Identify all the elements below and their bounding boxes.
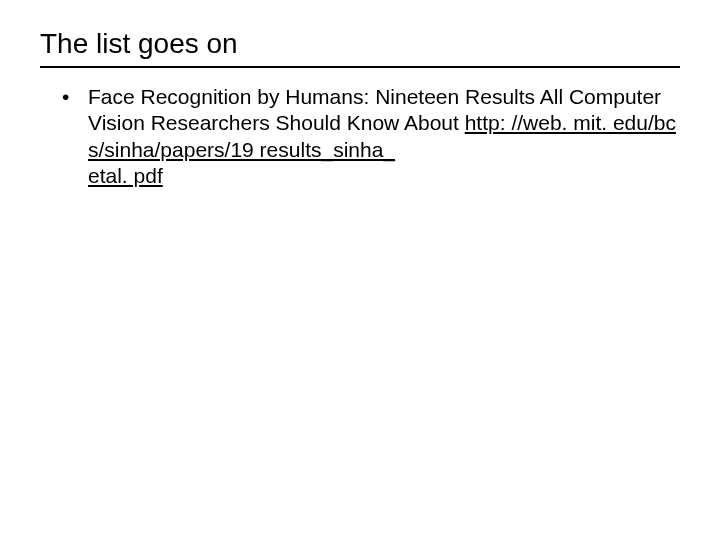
slide-title: The list goes on — [40, 28, 680, 68]
link-line-2: etal. pdf — [88, 164, 163, 187]
bullet-list: Face Recognition by Humans: Nineteen Res… — [40, 84, 680, 189]
list-item: Face Recognition by Humans: Nineteen Res… — [60, 84, 680, 189]
